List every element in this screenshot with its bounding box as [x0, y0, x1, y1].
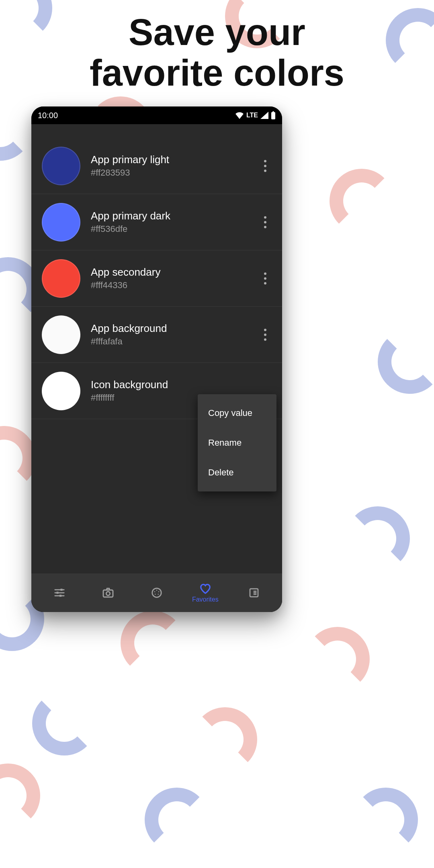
svg-point-15 [158, 594, 159, 595]
battery-icon [271, 111, 276, 119]
menu-copy-value[interactable]: Copy value [198, 398, 276, 428]
color-list: App primary light#ff283593App primary da… [31, 124, 282, 573]
nav-palette[interactable] [133, 586, 181, 599]
wifi-icon [235, 112, 244, 119]
svg-point-9 [106, 592, 110, 595]
svg-rect-1 [272, 111, 274, 113]
camera-icon [102, 586, 115, 599]
nav-favorites-label: Favorites [192, 596, 219, 603]
menu-rename[interactable]: Rename [198, 428, 276, 458]
color-swatch [42, 203, 80, 242]
nav-tune[interactable] [35, 586, 84, 599]
color-name: Icon background [91, 379, 256, 391]
svg-point-13 [158, 591, 160, 592]
color-swatch [42, 147, 80, 185]
promo-title-line2: favorite colors [90, 52, 344, 93]
color-name: App background [91, 322, 256, 335]
color-row[interactable]: App primary dark#ff536dfe [31, 194, 282, 250]
color-code: #ff283593 [91, 168, 256, 178]
app-body: App primary light#ff283593App primary da… [31, 124, 282, 612]
nav-list[interactable] [229, 586, 278, 599]
color-text: App secondary#fff44336 [91, 266, 256, 291]
svg-rect-6 [57, 592, 59, 594]
bottom-nav: Favorites [31, 573, 282, 612]
color-code: #fffafafa [91, 336, 256, 347]
more-vertical-icon [264, 215, 266, 229]
signal-icon [260, 112, 268, 119]
color-row[interactable]: App background#fffafafa [31, 307, 282, 363]
svg-rect-0 [271, 112, 275, 119]
color-text: App primary dark#ff536dfe [91, 210, 256, 234]
color-name: App primary light [91, 154, 256, 166]
svg-point-14 [155, 594, 156, 595]
more-button[interactable] [256, 325, 275, 344]
color-swatch [42, 259, 80, 298]
status-bar: 10:00 LTE [31, 106, 282, 124]
nav-camera[interactable] [84, 586, 133, 599]
network-label: LTE [246, 112, 258, 119]
color-text: App primary light#ff283593 [91, 154, 256, 178]
promo-title-line1: Save your [129, 12, 305, 53]
svg-point-12 [156, 590, 158, 591]
menu-delete[interactable]: Delete [198, 458, 276, 487]
color-swatch [42, 315, 80, 354]
svg-point-11 [154, 591, 156, 592]
more-vertical-icon [264, 328, 266, 342]
more-button[interactable] [256, 269, 275, 288]
list-icon [248, 586, 260, 599]
svg-rect-5 [61, 589, 63, 591]
phone-frame: 10:00 LTE App primary light#ff283593App … [31, 106, 282, 612]
heart-icon [199, 582, 212, 595]
more-button[interactable] [256, 156, 275, 176]
svg-rect-7 [59, 595, 61, 597]
color-row[interactable]: App secondary#fff44336 [31, 250, 282, 307]
more-vertical-icon [264, 159, 266, 173]
status-right: LTE [235, 111, 276, 119]
more-button[interactable] [256, 213, 275, 232]
color-code: #fff44336 [91, 280, 256, 291]
status-time: 10:00 [38, 111, 58, 120]
context-menu: Copy value Rename Delete [198, 394, 276, 491]
color-row[interactable]: App primary light#ff283593 [31, 138, 282, 194]
more-vertical-icon [264, 271, 266, 286]
promo-title: Save your favorite colors [0, 12, 434, 93]
nav-favorites[interactable]: Favorites [181, 582, 229, 603]
color-code: #ff536dfe [91, 224, 256, 234]
color-name: App secondary [91, 266, 256, 278]
tune-icon [53, 586, 66, 599]
color-text: App background#fffafafa [91, 322, 256, 347]
palette-icon [150, 586, 163, 599]
svg-point-10 [152, 588, 162, 598]
color-swatch [42, 372, 80, 410]
color-name: App primary dark [91, 210, 256, 222]
